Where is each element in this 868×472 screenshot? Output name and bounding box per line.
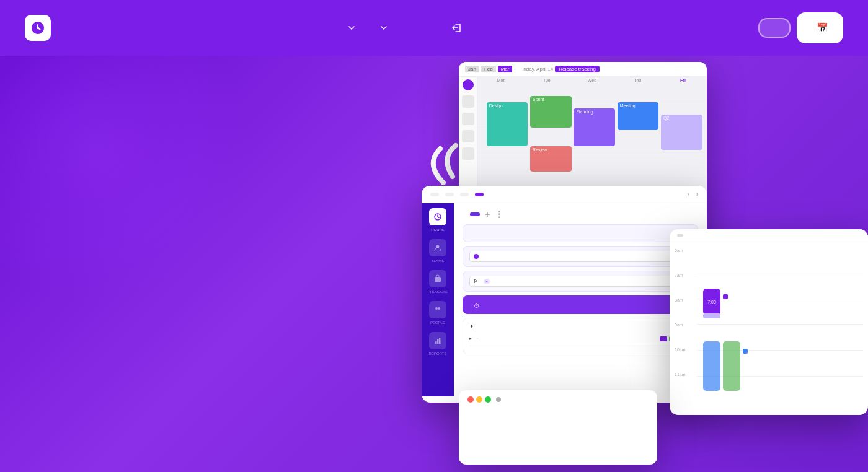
rp-chart: 7:00 [697, 247, 863, 402]
tag-select[interactable]: 🏳 × ▾ [469, 276, 691, 287]
cal-event-1: Design [487, 102, 528, 146]
day-header: ‹ › [422, 186, 707, 203]
cal-event-6: Q2 [661, 115, 702, 150]
timer-btn[interactable]: ⏱ [474, 302, 480, 309]
hours-icon [429, 208, 446, 225]
nav-talk-to-sales[interactable] [422, 23, 439, 33]
event-block-1b [703, 313, 720, 318]
nav-day-btn[interactable] [475, 193, 484, 196]
event-block-1: 7:00 [703, 289, 720, 315]
day-nav-next[interactable]: › [696, 191, 698, 198]
hero-content [43, 87, 428, 104]
cal-main: Mon Tue Wed Thu Fri Design Sprint Review… [477, 77, 707, 203]
tracking-dot [496, 397, 501, 402]
screenshot-day: ‹ › HOURS TEAMS PROJECTS [422, 186, 707, 403]
nav-cta: 📅 [758, 12, 843, 43]
day-nav-prev[interactable]: ‹ [688, 191, 689, 198]
cal-event-4: Planning [574, 108, 615, 146]
pdt-label [677, 234, 683, 237]
memories-header: ✦ [469, 323, 691, 330]
screenshot-calendar: Jan Feb Mar Friday, April 14 Release tra… [459, 62, 707, 204]
memories-section: ✦ ▸ · [463, 318, 698, 354]
svg-rect-3 [435, 277, 441, 282]
team-icon [429, 239, 446, 256]
memory-row: ▸ · × [469, 333, 691, 344]
project-row: ▾ [463, 246, 698, 267]
rp-header [670, 229, 868, 242]
nav-product[interactable] [336, 19, 365, 37]
cal-event-2: Sprint [530, 96, 572, 128]
svg-point-0 [37, 27, 39, 29]
cal-body: Mon Tue Wed Thu Fri Design Sprint Review… [459, 77, 707, 203]
screenshot-tracking [459, 390, 657, 465]
nav-pricing[interactable] [401, 23, 418, 33]
day-sidebar: HOURS TEAMS PROJECTS PEOPLE [422, 203, 454, 396]
rp-time-col: 6am 7am 8am 9am 10am 11am [675, 247, 692, 402]
day-body: HOURS TEAMS PROJECTS PEOPLE [422, 203, 707, 396]
project-select[interactable]: ▾ [469, 251, 691, 262]
nav-month-btn[interactable] [445, 193, 454, 196]
start-trial-button[interactable] [758, 18, 790, 38]
seg-label [743, 345, 750, 356]
nav-me-btn[interactable] [430, 193, 439, 196]
people-icon [429, 301, 446, 318]
rp-body: 6am 7am 8am 9am 10am 11am [670, 242, 868, 407]
tag-row: 🏳 × ▾ [463, 271, 698, 292]
memory-billable [469, 346, 691, 349]
nav-links [336, 18, 474, 38]
q2-label [723, 291, 730, 302]
reports-icon [429, 332, 446, 349]
timesheet-badge[interactable] [470, 212, 480, 216]
svg-rect-7 [437, 339, 439, 344]
cal-sidebar [459, 77, 477, 203]
svg-rect-6 [435, 341, 437, 344]
projects-icon [429, 270, 446, 287]
entry-options-btn[interactable]: ⋮ [495, 209, 503, 219]
logged-time-box: ⏱ [463, 295, 698, 314]
book-demo-button[interactable]: 📅 [797, 12, 843, 43]
svg-rect-8 [439, 338, 441, 344]
event-block-2 [703, 341, 720, 391]
cal-event-3: Review [530, 146, 572, 172]
logo-icon [25, 15, 51, 41]
calendar-icon: 📅 [817, 22, 828, 33]
nav-week-btn[interactable] [460, 193, 469, 196]
screenshot-right-panel: 6am 7am 8am 9am 10am 11am [670, 229, 868, 415]
navbar: 📅 [0, 0, 868, 56]
event-block-3 [723, 341, 740, 391]
logo[interactable] [25, 15, 57, 41]
nav-login[interactable] [443, 18, 474, 38]
tracking-bar [459, 390, 657, 409]
app-screenshots: Jan Feb Mar Friday, April 14 Release tra… [422, 56, 868, 472]
hero-section: Jan Feb Mar Friday, April 14 Release tra… [0, 56, 868, 472]
svg-point-5 [438, 307, 440, 310]
nav-resources[interactable] [368, 19, 397, 37]
timesheet-row: + ⋮ [463, 209, 698, 219]
svg-point-4 [435, 307, 438, 310]
day-main-content: + ⋮ ✦ [454, 203, 707, 396]
add-entry-btn[interactable]: + [485, 209, 490, 219]
cal-event-5: Meeting [618, 102, 659, 130]
cal-header: Jan Feb Mar Friday, April 14 Release tra… [459, 62, 707, 77]
add-note-row: ✦ [463, 224, 698, 242]
